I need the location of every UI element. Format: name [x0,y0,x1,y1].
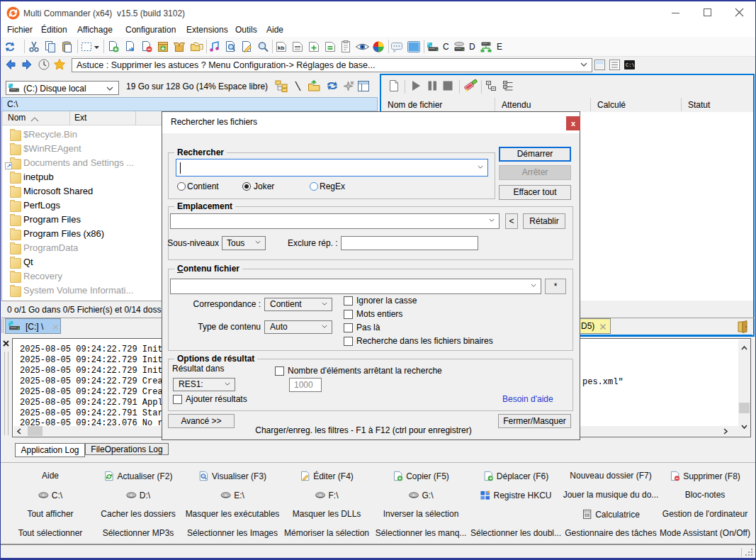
svg-text:kb: kb [278,45,284,51]
svg-text:C:\: C:\ [626,62,635,68]
